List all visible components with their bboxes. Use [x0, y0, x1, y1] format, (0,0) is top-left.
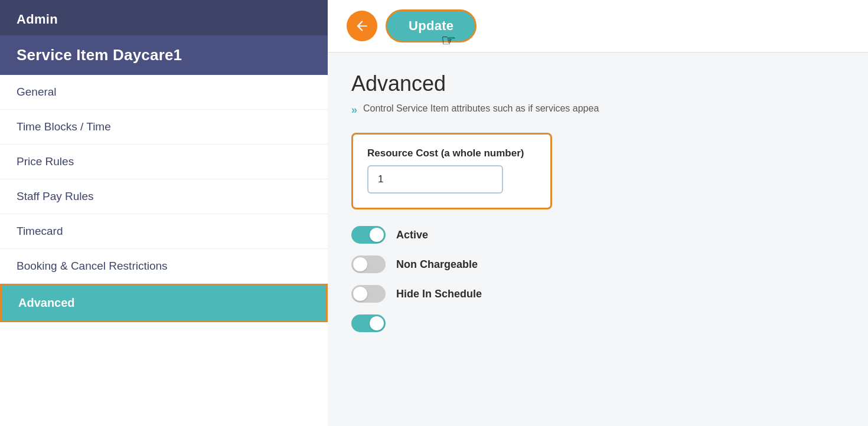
back-icon	[354, 18, 370, 34]
toolbar: Update ☞	[328, 0, 868, 53]
update-button[interactable]: Update	[386, 9, 477, 42]
non-chargeable-label: Non Chargeable	[396, 258, 478, 271]
sidebar-item-advanced[interactable]: Advanced	[0, 284, 328, 322]
hide-in-schedule-toggle[interactable]	[351, 285, 386, 303]
sidebar-item-time-blocks[interactable]: Time Blocks / Time	[0, 110, 328, 145]
active-label: Active	[396, 229, 428, 241]
resource-cost-label: Resource Cost (a whole number)	[367, 148, 536, 159]
page-title: Advanced	[351, 71, 844, 96]
active-toggle-row: Active	[351, 226, 844, 244]
non-chargeable-toggle[interactable]	[351, 255, 386, 273]
main-content: Update ☞ Advanced » Control Service Item…	[328, 0, 868, 426]
sidebar-item-booking-cancel[interactable]: Booking & Cancel Restrictions	[0, 249, 328, 284]
content-area: Advanced » Control Service Item attribut…	[328, 53, 868, 426]
admin-label: Admin	[0, 0, 328, 35]
extra-toggle[interactable]	[351, 314, 386, 332]
hide-in-schedule-toggle-row: Hide In Schedule	[351, 285, 844, 303]
sidebar: Admin Service Item Daycare1 GeneralTime …	[0, 0, 328, 426]
resource-cost-input[interactable]	[367, 165, 503, 194]
sidebar-nav: GeneralTime Blocks / TimePrice RulesStaf…	[0, 75, 328, 426]
non-chargeable-toggle-row: Non Chargeable	[351, 255, 844, 273]
extra-toggle-row	[351, 314, 844, 332]
double-arrow-icon: »	[351, 104, 357, 116]
active-toggle[interactable]	[351, 226, 386, 244]
sidebar-item-price-rules[interactable]: Price Rules	[0, 145, 328, 179]
page-description: » Control Service Item attributes such a…	[351, 103, 844, 116]
sidebar-item-timecard[interactable]: Timecard	[0, 214, 328, 249]
sidebar-item-staff-pay-rules[interactable]: Staff Pay Rules	[0, 179, 328, 214]
resource-cost-box: Resource Cost (a whole number)	[351, 133, 552, 209]
hide-in-schedule-label: Hide In Schedule	[396, 288, 482, 300]
back-button[interactable]	[347, 11, 377, 41]
description-text: Control Service Item attributes such as …	[363, 103, 599, 114]
service-item-title: Service Item Daycare1	[0, 35, 328, 75]
sidebar-item-general[interactable]: General	[0, 75, 328, 110]
